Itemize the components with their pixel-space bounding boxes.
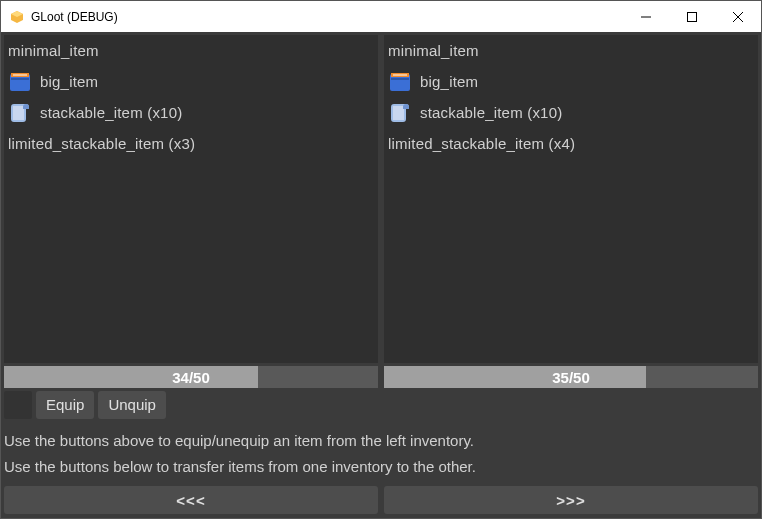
list-item[interactable]: big_item	[384, 66, 758, 97]
scroll-icon	[388, 101, 412, 125]
item-label: big_item	[40, 73, 98, 90]
scroll-icon	[8, 101, 32, 125]
list-item[interactable]: big_item	[4, 66, 378, 97]
item-label: limited_stackable_item (x3)	[8, 135, 195, 152]
transfer-right-button[interactable]: >>>	[384, 486, 758, 514]
equip-slot[interactable]	[4, 391, 32, 419]
svg-rect-14	[391, 78, 409, 80]
equip-button[interactable]: Equip	[36, 391, 94, 419]
minimize-button[interactable]	[623, 1, 669, 32]
close-button[interactable]	[715, 1, 761, 32]
window-title: GLoot (DEBUG)	[31, 10, 118, 24]
item-label: stackable_item (x10)	[40, 104, 182, 121]
list-item[interactable]: limited_stackable_item (x3)	[4, 128, 378, 159]
inventory-right[interactable]: minimal_itembig_itemstackable_item (x10)…	[384, 35, 758, 363]
capacity-bar-left: 34/50	[4, 366, 378, 388]
book-icon	[388, 70, 412, 94]
svg-rect-15	[393, 106, 404, 120]
item-label: limited_stackable_item (x4)	[388, 135, 575, 152]
inventory-panels: minimal_itembig_itemstackable_item (x10)…	[1, 32, 761, 366]
instruction-line-2: Use the buttons below to transfer items …	[4, 454, 756, 480]
capacity-label-right: 35/50	[384, 366, 758, 388]
app-icon	[9, 9, 25, 25]
instructions: Use the buttons above to equip/unequip a…	[1, 422, 761, 486]
item-label: minimal_item	[8, 42, 99, 59]
unequip-button[interactable]: Unquip	[98, 391, 166, 419]
svg-rect-9	[11, 78, 29, 80]
item-label: minimal_item	[388, 42, 479, 59]
item-label: stackable_item (x10)	[420, 104, 562, 121]
transfer-left-button[interactable]: <<<	[4, 486, 378, 514]
equip-button-row: Equip Unquip	[1, 388, 761, 422]
instruction-line-1: Use the buttons above to equip/unequip a…	[4, 428, 756, 454]
capacity-bar-right: 35/50	[384, 366, 758, 388]
transfer-button-row: <<< >>>	[1, 486, 761, 514]
list-item[interactable]: minimal_item	[4, 35, 378, 66]
capacity-label-left: 34/50	[4, 366, 378, 388]
svg-rect-3	[688, 12, 697, 21]
window-titlebar: GLoot (DEBUG)	[1, 1, 761, 32]
list-item[interactable]: limited_stackable_item (x4)	[384, 128, 758, 159]
book-icon	[8, 70, 32, 94]
list-item[interactable]: minimal_item	[384, 35, 758, 66]
list-item[interactable]: stackable_item (x10)	[4, 97, 378, 128]
svg-rect-10	[13, 106, 24, 120]
inventory-left[interactable]: minimal_itembig_itemstackable_item (x10)…	[4, 35, 378, 363]
capacity-bars: 34/50 35/50	[1, 366, 761, 388]
maximize-button[interactable]	[669, 1, 715, 32]
list-item[interactable]: stackable_item (x10)	[384, 97, 758, 128]
app-body: minimal_itembig_itemstackable_item (x10)…	[1, 32, 761, 519]
item-label: big_item	[420, 73, 478, 90]
